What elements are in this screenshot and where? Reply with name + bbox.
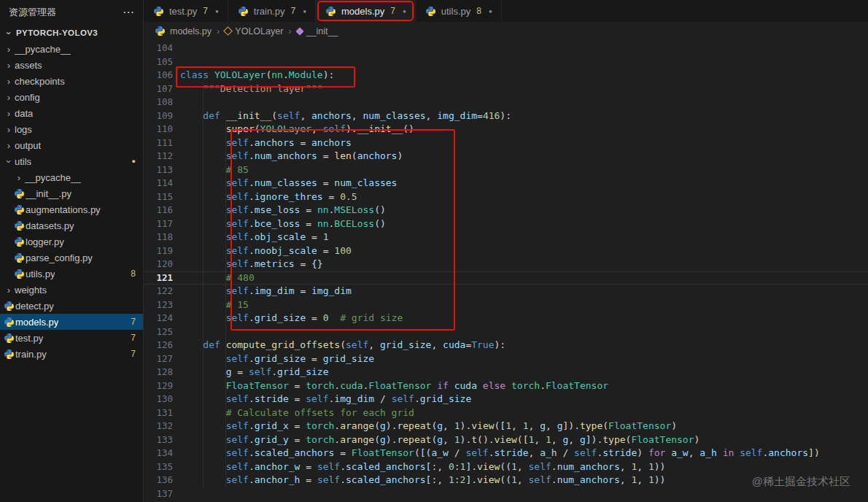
code-line-105[interactable]: 105 — [144, 55, 868, 69]
line-number: 113 — [144, 163, 173, 177]
code-line-122[interactable]: 122 self.img_dim = img_dim — [144, 285, 868, 298]
line-number: 126 — [144, 339, 173, 352]
python-file-icon — [152, 6, 165, 17]
line-number: 109 — [144, 109, 173, 123]
code-line-129[interactable]: 129 FloatTensor = torch.cuda.FloatTensor… — [144, 379, 868, 393]
code-line-126[interactable]: 126 def compute_grid_offsets(self, grid_… — [144, 339, 868, 352]
line-content: self.grid_size = 0 # grid size — [173, 312, 403, 325]
tree-folder-weights[interactable]: ›weights — [0, 282, 143, 298]
code-line-130[interactable]: 130 self.stride = self.img_dim / self.gr… — [144, 393, 868, 406]
code-line-132[interactable]: 132 self.grid_x = torch.arange(g).repeat… — [144, 420, 868, 433]
line-content: # Calculate offsets for each grid — [173, 406, 414, 420]
tree-file-augmentations.py[interactable]: augmentations.py — [0, 201, 143, 217]
chevron-right-icon: › — [3, 125, 15, 134]
tree-folder-logs[interactable]: ›logs — [0, 121, 143, 137]
problems-badge: 7 — [390, 6, 395, 16]
more-actions-icon[interactable]: ⋯ — [123, 7, 134, 18]
code-line-136[interactable]: 136 self.anchor_h = self.scaled_anchors[… — [144, 474, 868, 487]
tree-item-label: utils — [15, 156, 31, 167]
code-line-117[interactable]: 117 self.bce_loss = nn.BCELoss() — [144, 217, 868, 231]
problems-badge: 7 — [203, 6, 208, 16]
line-content: super(YOLOLayer, self).__init__() — [173, 123, 414, 136]
line-number: 136 — [144, 474, 173, 487]
line-content: FloatTensor = torch.cuda.FloatTensor if … — [173, 379, 608, 393]
code-line-131[interactable]: 131 # Calculate offsets for each grid — [144, 406, 868, 420]
tab-label: models.py — [341, 6, 384, 17]
line-content: """Detection layer""" — [173, 82, 323, 96]
tree-file-train.py[interactable]: train.py7 — [0, 346, 143, 362]
tab-test.py[interactable]: test.py7● — [144, 0, 228, 22]
code-line-108[interactable]: 108 — [144, 96, 868, 109]
tree-folder-__pycache__[interactable]: ›__pycache__ — [0, 169, 143, 185]
tree-file-utils.py[interactable]: utils.py8 — [0, 266, 143, 282]
python-file-icon — [3, 333, 15, 344]
breadcrumb: models.py›YOLOLayer›__init__ — [144, 22, 868, 40]
tree-file-logger.py[interactable]: logger.py — [0, 233, 143, 250]
code-line-125[interactable]: 125 — [144, 325, 868, 339]
tab-models.py[interactable]: models.py7● — [316, 0, 416, 22]
code-line-107[interactable]: 107 """Detection layer""" — [144, 82, 868, 96]
tree-folder-output[interactable]: ›output — [0, 137, 143, 153]
problems-badge: 7 — [131, 333, 136, 343]
line-number: 105 — [144, 55, 173, 69]
code-line-104[interactable]: 104 — [144, 42, 868, 55]
code-editor[interactable]: 104105106class YOLOLayer(nn.Module):107 … — [144, 40, 868, 502]
tree-folder-data[interactable]: ›data — [0, 105, 143, 121]
code-line-109[interactable]: 109 def __init__(self, anchors, num_clas… — [144, 109, 868, 123]
breadcrumb-item-models.py[interactable]: models.py — [154, 26, 212, 36]
tree-file-parse_config.py[interactable]: parse_config.py — [0, 250, 143, 266]
code-line-112[interactable]: 112 self.num_anchors = len(anchors) — [144, 150, 868, 163]
code-line-135[interactable]: 135 self.anchor_w = self.scaled_anchors[… — [144, 460, 868, 474]
code-line-133[interactable]: 133 self.grid_y = torch.arange(g).repeat… — [144, 433, 868, 447]
line-content: self.obj_scale = 1 — [173, 231, 329, 244]
breadcrumb-item-__init__[interactable]: __init__ — [297, 26, 338, 36]
line-number: 111 — [144, 136, 173, 150]
code-line-111[interactable]: 111 self.anchors = anchors — [144, 136, 868, 150]
code-line-123[interactable]: 123 # 15 — [144, 298, 868, 312]
tree-file-datasets.py[interactable]: datasets.py — [0, 217, 143, 233]
code-line-114[interactable]: 114 self.num_classes = num_classes — [144, 177, 868, 190]
code-line-120[interactable]: 120 self.metrics = {} — [144, 258, 868, 271]
tree-folder-utils[interactable]: ›utils● — [0, 153, 143, 169]
problems-badge: 7 — [131, 317, 136, 327]
tree-folder-config[interactable]: ›config — [0, 89, 143, 105]
code-line-110[interactable]: 110 super(YOLOLayer, self).__init__() — [144, 123, 868, 136]
line-number: 122 — [144, 285, 173, 298]
method-symbol-icon — [295, 27, 303, 35]
code-line-115[interactable]: 115 self.ignore_thres = 0.5 — [144, 190, 868, 204]
tree-folder-__pycache__[interactable]: ›__pycache__ — [0, 41, 143, 57]
code-lines: 104105106class YOLOLayer(nn.Module):107 … — [144, 40, 868, 501]
python-file-icon — [3, 301, 15, 312]
code-line-137[interactable]: 137 — [144, 487, 868, 501]
chevron-right-icon: › — [13, 173, 25, 182]
code-line-134[interactable]: 134 self.scaled_anchors = FloatTensor([(… — [144, 447, 868, 460]
line-content: self.num_classes = num_classes — [173, 177, 397, 190]
tab-label: train.py — [254, 6, 285, 17]
tab-utils.py[interactable]: utils.py8● — [416, 0, 502, 22]
code-line-116[interactable]: 116 self.mse_loss = nn.MSELoss() — [144, 204, 868, 217]
modified-dot-icon: ● — [132, 158, 136, 165]
python-file-icon — [13, 204, 26, 215]
code-line-121[interactable]: 121 # 480 — [144, 271, 868, 285]
project-root-row[interactable]: › PYTORCH-YOLOV3 — [0, 25, 143, 41]
code-line-106[interactable]: 106class YOLOLayer(nn.Module): — [144, 69, 868, 82]
tree-item-label: train.py — [15, 349, 47, 360]
tree-file-detect.py[interactable]: detect.py — [0, 298, 143, 314]
code-line-113[interactable]: 113 # 85 — [144, 163, 868, 177]
code-line-118[interactable]: 118 self.obj_scale = 1 — [144, 231, 868, 244]
line-number: 131 — [144, 406, 173, 420]
tree-file-models.py[interactable]: models.py7 — [0, 314, 143, 330]
tree-file-__init__.py[interactable]: __init__.py — [0, 185, 143, 201]
tab-train.py[interactable]: train.py7● — [228, 0, 316, 22]
code-line-124[interactable]: 124 self.grid_size = 0 # grid size — [144, 312, 868, 325]
tree-folder-assets[interactable]: ›assets — [0, 57, 143, 73]
breadcrumb-separator: › — [217, 26, 220, 36]
tree-file-test.py[interactable]: test.py7 — [0, 330, 143, 346]
code-line-119[interactable]: 119 self.noobj_scale = 100 — [144, 244, 868, 258]
file-tree: ›__pycache__›assets›checkpoints›config›d… — [0, 41, 143, 502]
code-line-127[interactable]: 127 self.grid_size = grid_size — [144, 352, 868, 366]
tree-item-label: augmentations.py — [26, 204, 101, 215]
tree-folder-checkpoints[interactable]: ›checkpoints — [0, 73, 143, 89]
code-line-128[interactable]: 128 g = self.grid_size — [144, 366, 868, 379]
breadcrumb-item-YOLOLayer[interactable]: YOLOLayer — [225, 26, 283, 36]
